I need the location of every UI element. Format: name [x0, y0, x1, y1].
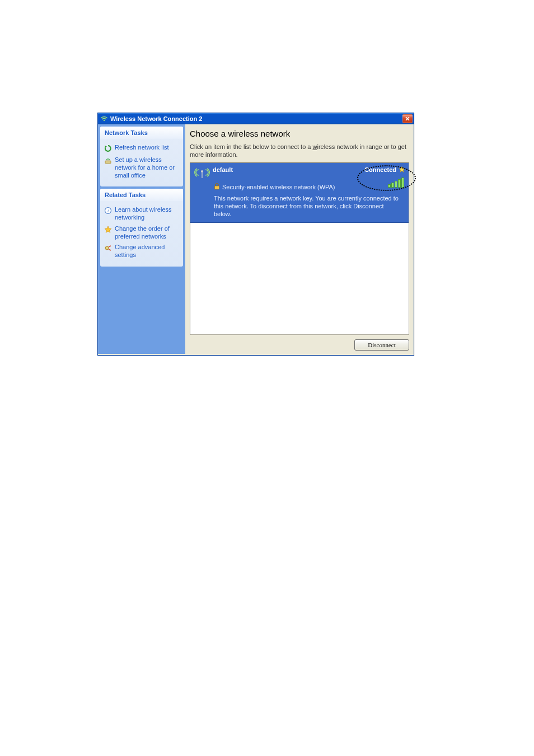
task-label: Learn about wireless networking [115, 206, 180, 222]
window-title: Wireless Network Connection 2 [110, 115, 402, 122]
svg-point-4 [105, 246, 109, 250]
network-name: default [213, 166, 364, 173]
task-label: Refresh network list [115, 144, 180, 152]
learn-about-wireless[interactable]: i Learn about wireless networking [104, 204, 180, 223]
related-tasks-panel: Related Tasks i Learn about wireless net… [100, 189, 183, 267]
related-tasks-header: Related Tasks [100, 189, 183, 201]
network-list[interactable]: default Connected Security-enabled wirel… [190, 162, 409, 335]
close-button[interactable] [402, 114, 413, 123]
refresh-icon [104, 144, 113, 153]
svg-point-5 [201, 170, 203, 172]
change-advanced-settings[interactable]: Change advanced settings [104, 242, 180, 261]
network-description: This network requires a network key. You… [214, 194, 405, 218]
svg-text:i: i [107, 208, 109, 213]
info-icon: i [104, 206, 113, 215]
svg-rect-7 [215, 186, 219, 189]
sidebar: Network Tasks Refresh network list [98, 124, 185, 354]
instruction-pre: Click an item in the list below to conne… [190, 143, 313, 150]
disconnect-button[interactable]: Disconnect [354, 339, 409, 351]
security-line: Security-enabled wireless network (WPA) [222, 184, 335, 190]
wireless-connection-window: Wireless Network Connection 2 Network Ta… [97, 113, 414, 356]
svg-rect-6 [202, 172, 202, 178]
change-order-networks[interactable]: Change the order of preferred networks [104, 223, 180, 242]
lock-icon [214, 183, 220, 191]
instruction-text: Click an item in the list below to conne… [190, 143, 409, 159]
setup-network-icon [104, 156, 113, 165]
favorite-star-icon [399, 166, 405, 175]
task-label: Set up a wireless network for a home or … [115, 156, 180, 179]
network-tasks-panel: Network Tasks Refresh network list [100, 127, 183, 186]
signal-strength-icon [388, 178, 404, 188]
wireless-icon [100, 115, 108, 123]
svg-rect-1 [105, 161, 111, 164]
task-label: Change the order of preferred networks [115, 225, 180, 241]
svg-point-0 [104, 120, 105, 121]
page-heading: Choose a wireless network [190, 129, 409, 138]
star-order-icon [104, 225, 113, 234]
network-status: Connected [364, 166, 396, 173]
advanced-settings-icon [104, 244, 113, 253]
titlebar: Wireless Network Connection 2 [98, 113, 414, 124]
refresh-network-list[interactable]: Refresh network list [104, 142, 180, 155]
network-tasks-header: Network Tasks [100, 127, 183, 139]
antenna-icon [194, 166, 210, 180]
task-label: Change advanced settings [115, 244, 180, 259]
main-content: Choose a wireless network Click an item … [185, 124, 414, 354]
network-item-default[interactable]: default Connected Security-enabled wirel… [190, 163, 409, 223]
setup-wireless-network[interactable]: Set up a wireless network for a home or … [104, 155, 180, 181]
